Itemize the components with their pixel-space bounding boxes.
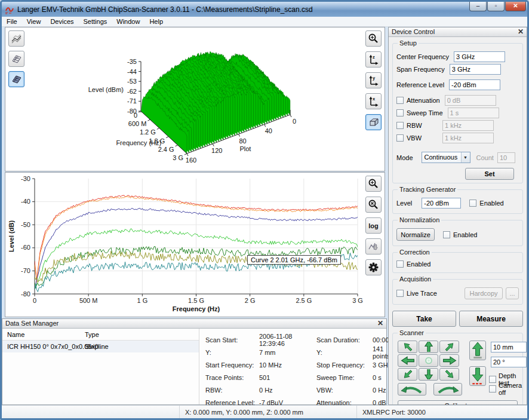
plot2d-panel: -30-40-50-60-70-800500 M1 G1.5 G2 G2.5 G… bbox=[5, 172, 385, 317]
title-bar[interactable]: Langer EMV-Technik GmbH ChipScan-Scanner… bbox=[2, 2, 527, 17]
close-button[interactable]: ✕ bbox=[505, 2, 526, 11]
scanner-rotate-ccw-button[interactable] bbox=[398, 383, 426, 396]
mode-select[interactable]: Continuous ▼ bbox=[422, 152, 470, 163]
table-row[interactable]: ICR HH150 0° 0x7x0_0x0.05x0 Stripline bbox=[2, 341, 199, 352]
vbw-field[interactable] bbox=[442, 133, 494, 143]
zoom-in-2d-button[interactable] bbox=[365, 176, 382, 192]
measure-button[interactable]: Measure bbox=[459, 311, 523, 327]
plot2d-chart[interactable]: -30-40-50-60-70-800500 M1 G1.5 G2 G2.5 G… bbox=[5, 173, 366, 317]
column-type[interactable]: Type bbox=[82, 331, 99, 338]
svg-text:0: 0 bbox=[33, 297, 36, 304]
normalize-button[interactable]: Normalize bbox=[396, 228, 435, 241]
minimize-button[interactable]: – bbox=[469, 2, 487, 11]
log-scale-button[interactable]: log bbox=[365, 217, 382, 234]
dataset-name: ICR HH150 0° 0x7x0_0x0.05x0 bbox=[2, 343, 82, 350]
sweep-time-checkbox[interactable] bbox=[396, 109, 404, 117]
scanner-right-button[interactable] bbox=[439, 354, 459, 367]
scanner-up-left-button[interactable] bbox=[398, 341, 417, 353]
zoom-reset-2d-button[interactable] bbox=[365, 197, 382, 213]
reference-level-field[interactable] bbox=[449, 79, 500, 90]
zoom-3d-button[interactable] bbox=[365, 30, 382, 47]
trace-pick-button[interactable] bbox=[365, 238, 382, 255]
dataset-table[interactable]: Name Type ICR HH150 0° 0x7x0_0x0.05x0 St… bbox=[2, 329, 199, 404]
info-label: Stop Frequency: bbox=[316, 361, 373, 369]
rbw-checkbox[interactable] bbox=[396, 122, 404, 129]
correction-group: Correction Enabled bbox=[392, 252, 523, 273]
attenuation-field[interactable] bbox=[445, 95, 496, 106]
scanner-down-right-button[interactable] bbox=[439, 368, 459, 381]
axis-z-button[interactable]: z bbox=[365, 51, 382, 68]
tg-enabled-checkbox[interactable] bbox=[469, 200, 476, 207]
menu-devices[interactable]: Devices bbox=[45, 17, 78, 26]
attenuation-checkbox[interactable] bbox=[396, 97, 404, 104]
axis-x-button[interactable]: x bbox=[365, 93, 382, 109]
dsm-close-icon[interactable]: ✕ bbox=[377, 319, 383, 328]
zoom-reset-icon bbox=[368, 199, 379, 210]
count-field[interactable] bbox=[497, 152, 515, 163]
menu-view[interactable]: View bbox=[22, 17, 46, 26]
device-control-close-icon[interactable]: ✕ bbox=[518, 27, 524, 36]
rbw-label: RBW bbox=[407, 122, 427, 129]
app-icon bbox=[4, 5, 15, 14]
vbw-checkbox[interactable] bbox=[396, 134, 404, 142]
waterfall-lines-view-button[interactable] bbox=[8, 30, 24, 47]
hardcopy-button[interactable]: Hardcopy bbox=[465, 287, 503, 299]
z-down-arrow-icon bbox=[472, 367, 484, 385]
menu-window[interactable]: Window bbox=[112, 17, 144, 26]
scanner-step-field[interactable] bbox=[491, 342, 527, 352]
settings-gear-icon bbox=[368, 262, 379, 273]
plot-settings-button[interactable] bbox=[365, 259, 382, 275]
scanner-down-left-button[interactable] bbox=[398, 368, 417, 381]
live-trace-checkbox[interactable] bbox=[396, 290, 404, 297]
camera-off-checkbox[interactable] bbox=[489, 385, 496, 393]
svg-text:3 G: 3 G bbox=[173, 154, 183, 161]
normalization-enabled-checkbox[interactable] bbox=[443, 231, 450, 238]
set-button[interactable]: Set bbox=[465, 168, 514, 180]
wireframe-mesh-view-button[interactable] bbox=[8, 51, 24, 67]
svg-text:Level (dBm): Level (dBm) bbox=[88, 86, 124, 93]
scanner-z-up-button[interactable] bbox=[469, 341, 486, 360]
plot3d-chart[interactable]: -35-44-53-62-71-80Level (dBm)0600 M1.2 G… bbox=[23, 27, 384, 171]
column-name[interactable]: Name bbox=[2, 331, 82, 338]
chevron-down-icon: ▼ bbox=[461, 152, 470, 163]
surface-solid-view-button[interactable] bbox=[8, 71, 24, 87]
correction-legend: Correction bbox=[398, 249, 432, 256]
axis-y-button[interactable]: y bbox=[365, 72, 382, 88]
scanner-down-button[interactable] bbox=[419, 368, 438, 381]
scanner-home-button[interactable] bbox=[419, 354, 438, 367]
take-button[interactable]: Take bbox=[392, 311, 456, 327]
axis-x-icon: x bbox=[368, 96, 379, 107]
tg-level-field[interactable] bbox=[422, 198, 461, 209]
svg-text:2 G: 2 G bbox=[245, 297, 256, 304]
hardcopy-more-button[interactable]: ... bbox=[506, 287, 519, 299]
menu-file[interactable]: File bbox=[2, 17, 22, 26]
scanner-angle-field[interactable] bbox=[491, 357, 527, 367]
rbw-field[interactable] bbox=[442, 120, 494, 131]
svg-text:-35: -35 bbox=[127, 58, 137, 65]
correction-enabled-checkbox[interactable] bbox=[396, 260, 404, 268]
client-area: -35-44-53-62-71-80Level (dBm)0600 M1.2 G… bbox=[2, 27, 527, 405]
scanner-rotate-cw-button[interactable] bbox=[433, 383, 462, 396]
restore-button[interactable]: ▫ bbox=[487, 2, 505, 11]
menu-help[interactable]: Help bbox=[144, 17, 168, 26]
view-3d-button[interactable] bbox=[365, 114, 382, 130]
scanner-move-grid bbox=[398, 341, 459, 381]
menu-settings[interactable]: Settings bbox=[79, 17, 112, 26]
scanner-up-button[interactable] bbox=[419, 341, 438, 353]
center-frequency-field[interactable] bbox=[454, 51, 505, 62]
scanner-legend: Scanner bbox=[398, 329, 426, 336]
calibrate-button[interactable]: Calibrate bbox=[398, 400, 518, 404]
info-value: 7 mm bbox=[259, 349, 316, 356]
device-control-title-bar: Device Control ✕ bbox=[389, 27, 527, 37]
sweep-time-field[interactable] bbox=[448, 108, 499, 118]
left-arrow-icon bbox=[400, 355, 416, 366]
scanner-up-right-button[interactable] bbox=[439, 341, 459, 353]
scanner-rotate-row bbox=[398, 383, 462, 396]
info-value: 501 bbox=[259, 374, 316, 381]
scanner-left-button[interactable] bbox=[398, 354, 417, 367]
scanner-z-down-button[interactable] bbox=[469, 366, 486, 386]
span-frequency-field[interactable] bbox=[450, 64, 501, 75]
info-label: Trace Points: bbox=[205, 374, 259, 381]
up-right-arrow-icon bbox=[442, 342, 457, 352]
normalization-legend: Normalization bbox=[398, 216, 441, 223]
